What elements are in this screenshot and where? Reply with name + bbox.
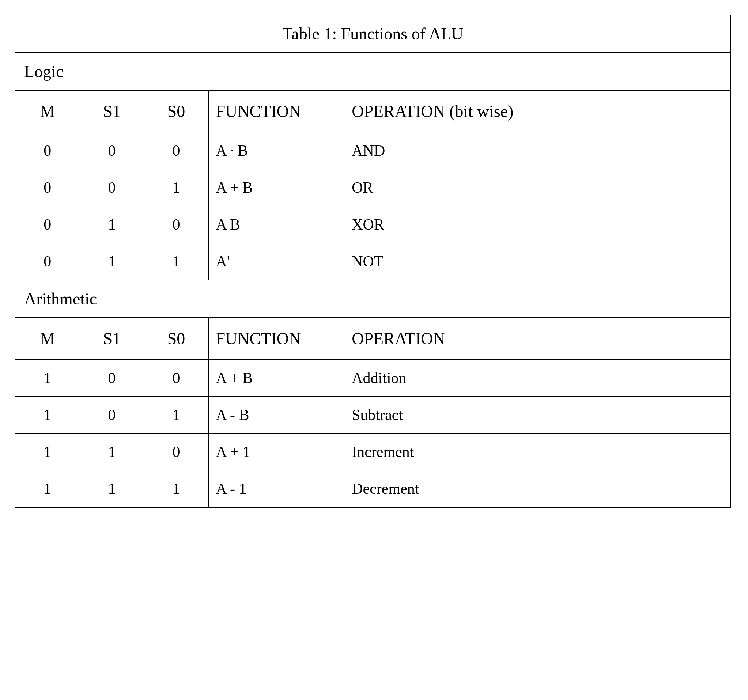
cell-s0: 0 xyxy=(144,360,208,396)
cell-m: 0 xyxy=(15,206,80,243)
alu-functions-table: Table 1: Functions of ALU Logic M S1 S0 … xyxy=(15,15,731,508)
table-row: 0 1 0 A B XOR xyxy=(15,206,730,243)
section-arithmetic-header: Arithmetic xyxy=(15,279,730,318)
cell-function: A + 1 xyxy=(208,434,344,471)
cell-operation: Decrement xyxy=(344,471,730,507)
table-row: 1 0 1 A - B Subtract xyxy=(15,396,730,434)
cell-operation: Subtract xyxy=(344,396,730,434)
cell-function: A · B xyxy=(208,132,344,169)
logic-header-row: M S1 S0 FUNCTION OPERATION (bit wise) xyxy=(15,91,730,132)
table-row: 0 1 1 A' NOT xyxy=(15,243,730,280)
col-header-function: FUNCTION xyxy=(208,318,344,360)
cell-s0: 0 xyxy=(144,434,208,471)
cell-s0: 1 xyxy=(144,396,208,434)
table-row: 1 0 0 A + B Addition xyxy=(15,360,730,396)
col-header-s0: S0 xyxy=(144,91,208,132)
table-row: 0 0 0 A · B AND xyxy=(15,132,730,169)
logic-table: M S1 S0 FUNCTION OPERATION (bit wise) 0 … xyxy=(15,91,730,279)
table-row: 0 0 1 A + B OR xyxy=(15,169,730,206)
cell-m: 1 xyxy=(15,360,80,396)
col-header-function: FUNCTION xyxy=(208,91,344,132)
cell-function: A - 1 xyxy=(208,471,344,507)
cell-s0: 1 xyxy=(144,243,208,280)
arithmetic-header-row: M S1 S0 FUNCTION OPERATION xyxy=(15,318,730,360)
cell-m: 1 xyxy=(15,396,80,434)
col-header-operation: OPERATION (bit wise) xyxy=(344,91,730,132)
cell-s1: 0 xyxy=(80,132,144,169)
cell-s0: 1 xyxy=(144,169,208,206)
cell-s1: 0 xyxy=(80,396,144,434)
cell-function: A - B xyxy=(208,396,344,434)
cell-m: 0 xyxy=(15,169,80,206)
cell-operation: Addition xyxy=(344,360,730,396)
cell-s0: 0 xyxy=(144,206,208,243)
cell-operation: Increment xyxy=(344,434,730,471)
table-row: 1 1 1 A - 1 Decrement xyxy=(15,471,730,507)
cell-operation: XOR xyxy=(344,206,730,243)
cell-function: A + B xyxy=(208,360,344,396)
col-header-operation: OPERATION xyxy=(344,318,730,360)
cell-m: 0 xyxy=(15,132,80,169)
col-header-s1: S1 xyxy=(80,91,144,132)
cell-s0: 0 xyxy=(144,132,208,169)
cell-m: 1 xyxy=(15,434,80,471)
section-logic-header: Logic xyxy=(15,53,730,91)
table-title: Table 1: Functions of ALU xyxy=(15,15,730,53)
cell-m: 1 xyxy=(15,471,80,507)
cell-function: A' xyxy=(208,243,344,280)
col-header-m: M xyxy=(15,91,80,132)
cell-s1: 1 xyxy=(80,434,144,471)
cell-s1: 1 xyxy=(80,206,144,243)
cell-s0: 1 xyxy=(144,471,208,507)
cell-s1: 0 xyxy=(80,360,144,396)
cell-function: A B xyxy=(208,206,344,243)
arithmetic-table: M S1 S0 FUNCTION OPERATION 1 0 0 A + B A… xyxy=(15,318,730,507)
cell-m: 0 xyxy=(15,243,80,280)
cell-operation: NOT xyxy=(344,243,730,280)
cell-s1: 1 xyxy=(80,471,144,507)
cell-s1: 0 xyxy=(80,169,144,206)
col-header-s1: S1 xyxy=(80,318,144,360)
table-row: 1 1 0 A + 1 Increment xyxy=(15,434,730,471)
col-header-m: M xyxy=(15,318,80,360)
cell-operation: OR xyxy=(344,169,730,206)
cell-s1: 1 xyxy=(80,243,144,280)
cell-operation: AND xyxy=(344,132,730,169)
col-header-s0: S0 xyxy=(144,318,208,360)
cell-function: A + B xyxy=(208,169,344,206)
